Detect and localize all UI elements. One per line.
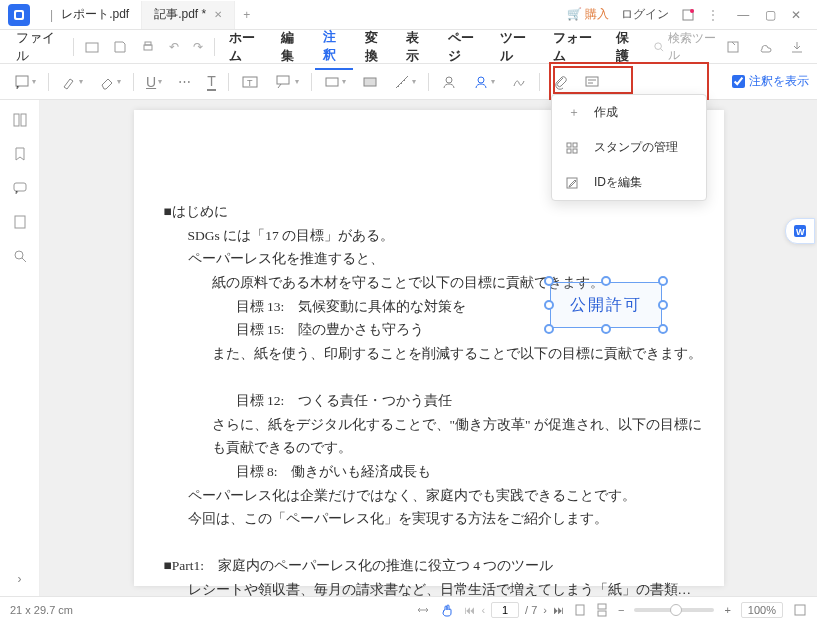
zoom-thumb[interactable] bbox=[670, 604, 682, 616]
menu-annotate[interactable]: 注釈 bbox=[315, 24, 353, 70]
comments-icon[interactable] bbox=[12, 180, 28, 196]
heading: はじめに bbox=[164, 200, 704, 224]
svg-rect-23 bbox=[14, 114, 19, 126]
menu-form[interactable]: フォーム bbox=[545, 25, 604, 69]
close-window-button[interactable]: ✕ bbox=[785, 8, 807, 22]
show-annotations-toggle[interactable]: 注釈を表示 bbox=[732, 73, 809, 90]
menubar: ファイル ↶ ↷ ホーム 編集 注釈 変換 表示 ページ ツール フォーム 保護… bbox=[0, 30, 817, 64]
area-highlight-tool[interactable] bbox=[356, 70, 384, 94]
note-tool[interactable] bbox=[8, 70, 42, 94]
buy-link[interactable]: 🛒 購入 bbox=[567, 6, 609, 23]
resize-handle[interactable] bbox=[544, 300, 554, 310]
menu-protect[interactable]: 保護 bbox=[608, 25, 646, 69]
menu-page[interactable]: ページ bbox=[440, 25, 488, 69]
body-text: 目標 8: 働きがいも経済成長も bbox=[164, 460, 704, 484]
hand-tool-icon[interactable] bbox=[440, 603, 454, 617]
open-file-icon[interactable] bbox=[80, 36, 104, 58]
resize-handle[interactable] bbox=[601, 324, 611, 334]
stamp-dropdown[interactable] bbox=[467, 70, 501, 94]
minimize-button[interactable]: — bbox=[731, 8, 755, 22]
resize-handle[interactable] bbox=[658, 300, 668, 310]
stamp-user-tool[interactable] bbox=[435, 70, 463, 94]
zoom-slider[interactable] bbox=[634, 608, 714, 612]
page-number-input[interactable] bbox=[491, 602, 519, 618]
resize-handle[interactable] bbox=[658, 324, 668, 334]
svg-rect-31 bbox=[598, 604, 606, 609]
continuous-page-icon[interactable] bbox=[596, 603, 608, 617]
next-page-icon[interactable]: › bbox=[543, 604, 547, 616]
menu-edit[interactable]: 編集 bbox=[273, 25, 311, 69]
close-icon[interactable]: ✕ bbox=[214, 9, 222, 20]
resize-handle[interactable] bbox=[544, 324, 554, 334]
body-text: SDGs には「17 の目標」がある。 bbox=[164, 224, 704, 248]
svg-rect-4 bbox=[86, 43, 98, 52]
first-page-icon[interactable]: ⏮ bbox=[464, 604, 475, 616]
body-text: ペーパーレス化は企業だけではなく、家庭内でも実践できることです。 bbox=[164, 484, 704, 508]
resize-handle[interactable] bbox=[601, 276, 611, 286]
kebab-menu-icon[interactable]: ⋮ bbox=[707, 8, 719, 22]
resize-handle[interactable] bbox=[544, 276, 554, 286]
shape-rect-tool[interactable] bbox=[318, 70, 352, 94]
redo-icon[interactable]: ↷ bbox=[188, 36, 208, 58]
zoom-out-icon[interactable]: − bbox=[618, 604, 624, 616]
comment-panel-tool[interactable] bbox=[578, 70, 606, 94]
menu-view[interactable]: 表示 bbox=[398, 25, 436, 69]
fit-width-icon[interactable] bbox=[416, 603, 430, 617]
highlight-tool[interactable] bbox=[55, 70, 89, 94]
attachments-icon[interactable] bbox=[12, 214, 28, 230]
callout-tool[interactable] bbox=[269, 70, 305, 94]
word-export-badge[interactable]: W bbox=[785, 218, 815, 244]
cloud-icon[interactable] bbox=[753, 36, 777, 58]
fullscreen-icon[interactable] bbox=[793, 603, 807, 617]
save-icon[interactable] bbox=[108, 36, 132, 58]
statusbar: 21 x 29.7 cm ⏮ ‹ / 7 › ⏭ − + 100% bbox=[0, 596, 817, 622]
menu-home[interactable]: ホーム bbox=[221, 25, 269, 69]
left-sidebar: › bbox=[0, 100, 40, 596]
svg-rect-17 bbox=[586, 77, 598, 86]
page-dimensions: 21 x 29.7 cm bbox=[10, 604, 73, 616]
bookmarks-icon[interactable] bbox=[12, 146, 28, 162]
resize-handle[interactable] bbox=[658, 276, 668, 286]
maximize-button[interactable]: ▢ bbox=[759, 8, 782, 22]
stamp-dropdown-menu: ＋ 作成 スタンプの管理 IDを編集 bbox=[551, 94, 707, 201]
search-tools[interactable]: 検索ツール bbox=[654, 30, 717, 64]
dd-item-create[interactable]: ＋ 作成 bbox=[552, 95, 706, 130]
body-text: 目標 12: つくる責任・つかう責任 bbox=[164, 389, 704, 413]
menu-tools[interactable]: ツール bbox=[492, 25, 540, 69]
zoom-value[interactable]: 100% bbox=[741, 602, 783, 618]
notification-icon[interactable] bbox=[681, 8, 695, 22]
menu-file[interactable]: ファイル bbox=[8, 25, 67, 69]
eraser-tool[interactable] bbox=[93, 70, 127, 94]
grid-icon bbox=[566, 142, 582, 154]
last-page-icon[interactable]: ⏭ bbox=[553, 604, 564, 616]
plus-icon: ＋ bbox=[566, 104, 582, 121]
measure-tool[interactable] bbox=[388, 70, 422, 94]
page-navigator: ⏮ ‹ / 7 › ⏭ bbox=[464, 602, 564, 618]
search-icon[interactable] bbox=[12, 248, 28, 264]
show-annotations-checkbox[interactable] bbox=[732, 75, 745, 88]
login-link[interactable]: ログイン bbox=[621, 6, 669, 23]
share-icon[interactable] bbox=[721, 36, 745, 58]
svg-rect-19 bbox=[573, 143, 577, 147]
export-icon[interactable] bbox=[785, 36, 809, 58]
thumbnails-icon[interactable] bbox=[12, 112, 28, 128]
underline-tool[interactable]: U bbox=[140, 70, 168, 94]
undo-icon[interactable]: ↶ bbox=[164, 36, 184, 58]
svg-point-3 bbox=[690, 9, 694, 13]
stamp-annotation-selected[interactable]: 公開許可 bbox=[550, 282, 662, 328]
dd-item-manage-stamps[interactable]: スタンプの管理 bbox=[552, 130, 706, 165]
textbox-tool[interactable]: T bbox=[235, 70, 265, 94]
dd-item-edit-id[interactable]: IDを編集 bbox=[552, 165, 706, 200]
single-page-icon[interactable] bbox=[574, 603, 586, 617]
signature-tool[interactable] bbox=[505, 70, 533, 94]
text-tool[interactable]: T bbox=[201, 69, 222, 95]
prev-page-icon[interactable]: ‹ bbox=[481, 604, 485, 616]
menu-convert[interactable]: 変換 bbox=[357, 25, 395, 69]
zoom-in-icon[interactable]: + bbox=[724, 604, 730, 616]
svg-rect-21 bbox=[573, 149, 577, 153]
svg-rect-6 bbox=[145, 42, 151, 45]
print-icon[interactable] bbox=[136, 36, 160, 58]
strikethrough-tool[interactable]: ⋯ bbox=[172, 70, 197, 93]
attach-file-tool[interactable] bbox=[546, 70, 574, 94]
sidebar-collapse-icon[interactable]: › bbox=[18, 572, 22, 586]
